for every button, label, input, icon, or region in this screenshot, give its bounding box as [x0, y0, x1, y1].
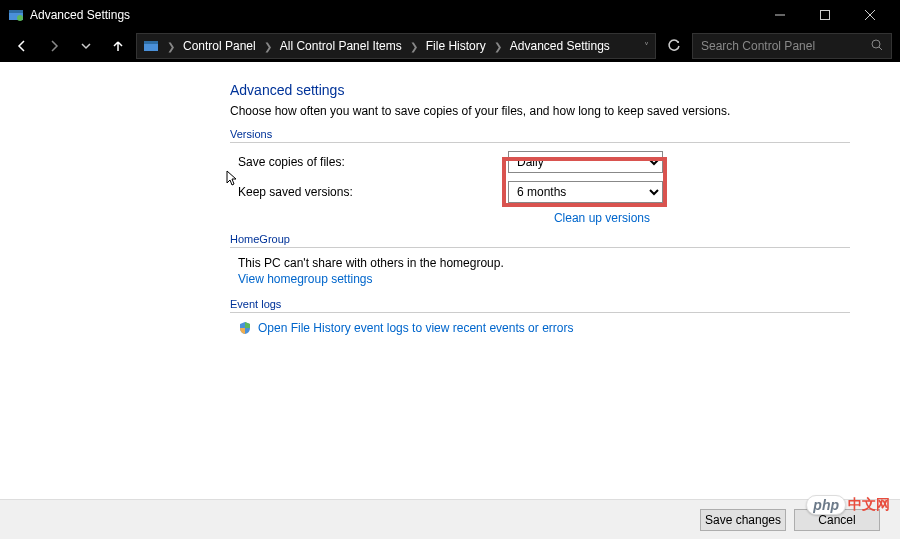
save-copies-row: Save copies of files: Daily: [230, 151, 850, 173]
keep-versions-select[interactable]: 6 months: [508, 181, 663, 203]
control-panel-icon: [143, 38, 159, 54]
keep-versions-row: Keep saved versions: 6 months: [230, 181, 850, 203]
save-copies-select[interactable]: Daily: [508, 151, 663, 173]
chevron-right-icon: ❯: [490, 41, 506, 52]
footer-bar: Save changes Cancel: [0, 499, 900, 539]
page-description: Choose how often you want to save copies…: [230, 104, 850, 118]
forward-button[interactable]: [40, 32, 68, 60]
watermark-text: 中文网: [848, 496, 890, 514]
versions-section-header: Versions: [230, 128, 850, 143]
chevron-down-icon[interactable]: ˅: [644, 41, 649, 52]
keep-versions-label: Keep saved versions:: [238, 185, 508, 199]
chevron-right-icon: ❯: [163, 41, 179, 52]
address-bar[interactable]: ❯ Control Panel ❯ All Control Panel Item…: [136, 33, 656, 59]
homegroup-body: This PC can't share with others in the h…: [230, 256, 850, 270]
shield-icon: [238, 321, 252, 335]
app-icon: [8, 7, 24, 23]
homegroup-settings-link[interactable]: View homegroup settings: [238, 272, 373, 286]
window-title: Advanced Settings: [30, 8, 130, 22]
up-button[interactable]: [104, 32, 132, 60]
chevron-right-icon: ❯: [260, 41, 276, 52]
svg-rect-8: [144, 41, 158, 44]
breadcrumb-item[interactable]: Advanced Settings: [510, 39, 610, 53]
titlebar: Advanced Settings: [0, 0, 900, 30]
navbar: ❯ Control Panel ❯ All Control Panel Item…: [0, 30, 900, 62]
eventlogs-section-header: Event logs: [230, 298, 850, 313]
cleanup-versions-link[interactable]: Clean up versions: [554, 211, 650, 225]
svg-rect-4: [820, 11, 829, 20]
close-button[interactable]: [847, 0, 892, 30]
svg-point-2: [17, 15, 23, 21]
breadcrumb-item[interactable]: Control Panel: [183, 39, 256, 53]
eventlogs-link[interactable]: Open File History event logs to view rec…: [258, 321, 573, 335]
refresh-button[interactable]: [660, 32, 688, 60]
content-area: Advanced settings Choose how often you w…: [0, 62, 900, 499]
breadcrumb-item[interactable]: File History: [426, 39, 486, 53]
maximize-button[interactable]: [802, 0, 847, 30]
chevron-right-icon: ❯: [406, 41, 422, 52]
svg-line-10: [879, 47, 882, 50]
save-changes-button[interactable]: Save changes: [700, 509, 786, 531]
search-input[interactable]: Search Control Panel: [692, 33, 892, 59]
svg-rect-1: [9, 10, 23, 13]
svg-point-9: [872, 40, 880, 48]
watermark-badge: php: [806, 495, 846, 515]
breadcrumb-item[interactable]: All Control Panel Items: [280, 39, 402, 53]
watermark: php 中文网: [806, 495, 890, 515]
save-copies-label: Save copies of files:: [238, 155, 508, 169]
page-title: Advanced settings: [230, 82, 850, 98]
recent-locations-button[interactable]: [72, 32, 100, 60]
minimize-button[interactable]: [757, 0, 802, 30]
back-button[interactable]: [8, 32, 36, 60]
search-placeholder: Search Control Panel: [701, 39, 871, 53]
search-icon: [871, 39, 883, 54]
homegroup-section-header: HomeGroup: [230, 233, 850, 248]
